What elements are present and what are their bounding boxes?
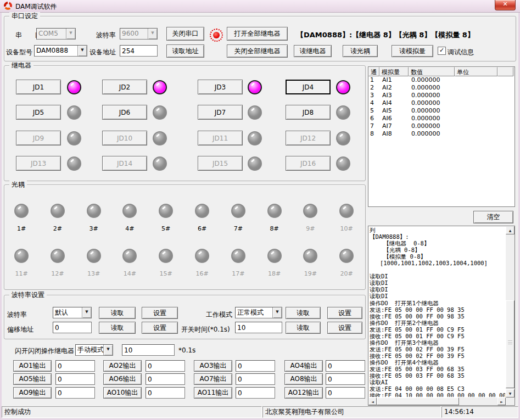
- flash-time-input[interactable]: [122, 344, 175, 356]
- ao-button-5[interactable]: AO5输出: [13, 373, 52, 385]
- opto-label-17#: 17#: [227, 270, 249, 277]
- read-address-button[interactable]: 读取地址: [166, 44, 204, 58]
- log-horizontal-scrollbar[interactable]: ◄ ►: [368, 397, 506, 405]
- ao-button-10[interactable]: AO10输出: [103, 387, 142, 399]
- analog-table[interactable]: 通模拟量数值单位 1AI10.0000002AI20.0000003AI30.0…: [368, 66, 515, 207]
- ao-input-12[interactable]: [326, 387, 365, 399]
- chevron-down-icon[interactable]: ▼: [272, 307, 282, 318]
- scroll-down-icon[interactable]: ▼: [506, 389, 515, 397]
- baud-settings-group: 波特率设置 波特率 默认 ▼ 读取 设置 工作模式 正常模式 ▼ 读取 设置 偏…: [4, 295, 366, 339]
- table-row[interactable]: 1AI10.000000: [368, 76, 515, 84]
- ao-button-3[interactable]: AO3输出: [194, 360, 232, 372]
- relay-button-JD6[interactable]: JD6: [102, 105, 147, 120]
- read-relay-button[interactable]: 读继电器: [294, 45, 332, 57]
- close-serial-button[interactable]: 关闭串口: [166, 27, 204, 41]
- device-address-input[interactable]: [120, 45, 158, 57]
- ao-button-9[interactable]: AO9输出: [13, 387, 52, 399]
- ao-input-2[interactable]: [146, 360, 185, 372]
- ao-input-1[interactable]: [55, 360, 95, 372]
- ao-input-10[interactable]: [146, 387, 185, 399]
- ao-input-6[interactable]: [146, 373, 185, 385]
- ao-button-4[interactable]: AO4输出: [284, 360, 323, 372]
- table-row[interactable]: 2AI20.000000: [368, 84, 515, 92]
- flash-mode-combo[interactable]: 手动模式 ▼: [75, 344, 113, 356]
- scroll-right-icon[interactable]: ►: [497, 397, 506, 405]
- ao-input-11[interactable]: [236, 387, 275, 399]
- chevron-down-icon[interactable]: ▼: [82, 307, 91, 318]
- analog-col-header[interactable]: 通: [368, 67, 379, 76]
- clear-log-button[interactable]: 清空: [473, 211, 513, 223]
- switch-time-input[interactable]: [235, 322, 282, 333]
- ao-button-2[interactable]: AO2输出: [103, 360, 142, 372]
- flash-mode-value: 手动模式: [77, 346, 104, 354]
- baud-combo[interactable]: 9600 ▼: [120, 28, 158, 40]
- opto-led-18#: [267, 249, 282, 263]
- ao-input-5[interactable]: [55, 373, 95, 385]
- table-row[interactable]: 4AI40.000000: [368, 99, 515, 107]
- relay-button-JD3[interactable]: JD3: [198, 80, 243, 94]
- work-mode-read-button[interactable]: 读取: [286, 307, 321, 319]
- table-row[interactable]: 5AI50.000000: [368, 107, 515, 115]
- work-mode-combo[interactable]: 正常模式 ▼: [235, 307, 282, 318]
- close-button[interactable]: ✕: [495, 0, 516, 10]
- analog-col-header[interactable]: 数值: [409, 67, 455, 76]
- switch-time-read-button[interactable]: 读取: [286, 322, 321, 334]
- relay-button-JD13: JD13: [16, 156, 61, 171]
- read-analog-button[interactable]: 读模拟量: [392, 45, 433, 57]
- relay-button-JD5[interactable]: JD5: [16, 105, 61, 120]
- ao-button-7[interactable]: AO7输出: [194, 373, 232, 385]
- vertical-scroll-thumb[interactable]: [506, 300, 515, 388]
- opto-label-2#: 2#: [47, 225, 69, 232]
- analog-col-header[interactable]: [497, 67, 513, 76]
- table-cell: 3: [368, 92, 379, 99]
- table-row[interactable]: 7AI70.000000: [368, 122, 515, 130]
- ao-input-8[interactable]: [326, 373, 365, 385]
- baudrate-combo[interactable]: 默认 ▼: [53, 307, 92, 318]
- ao-button-8[interactable]: AO8输出: [284, 373, 323, 385]
- ao-input-3[interactable]: [236, 360, 275, 372]
- ao-button-6[interactable]: AO6输出: [103, 373, 142, 385]
- serial-led-core-icon: [213, 32, 220, 38]
- open-all-relays-button[interactable]: 打开全部继电器: [227, 27, 288, 41]
- offset-address-input[interactable]: [53, 322, 92, 333]
- baudrate-set-button[interactable]: 设置: [142, 307, 178, 319]
- ao-input-7[interactable]: [236, 373, 275, 385]
- ao-input-9[interactable]: [55, 387, 95, 399]
- baudrate-read-button[interactable]: 读取: [99, 307, 136, 319]
- switch-time-set-button[interactable]: 设置: [327, 322, 362, 334]
- opto-label-9#: 9#: [299, 225, 321, 232]
- debug-checkbox[interactable]: ✓: [438, 47, 446, 55]
- chevron-down-icon[interactable]: ▼: [66, 29, 75, 39]
- chevron-down-icon[interactable]: ▼: [148, 29, 157, 39]
- relay-button-JD4[interactable]: JD4: [286, 80, 331, 94]
- offset-set-button[interactable]: 设置: [142, 322, 178, 334]
- relay-button-JD7[interactable]: JD7: [198, 105, 243, 120]
- model-combo[interactable]: DAM0888 ▼: [34, 45, 87, 57]
- relay-button-JD8[interactable]: JD8: [286, 105, 331, 120]
- port-combo[interactable]: COM5 ▼: [36, 28, 76, 40]
- table-row[interactable]: 6AI60.000000: [368, 115, 515, 122]
- ao-button-11[interactable]: AO11输出: [194, 387, 232, 399]
- scroll-up-icon[interactable]: ▲: [506, 226, 515, 234]
- table-cell: 0.000000: [409, 130, 455, 138]
- offset-read-button[interactable]: 读取: [99, 322, 136, 334]
- ao-button-12[interactable]: AO12输出: [284, 387, 323, 399]
- work-mode-set-button[interactable]: 设置: [327, 307, 362, 319]
- chevron-down-icon[interactable]: ▼: [103, 345, 113, 355]
- relay-button-JD2[interactable]: JD2: [102, 80, 147, 94]
- flash-unit-label: *0.1s: [178, 346, 195, 354]
- analog-col-header[interactable]: 模拟量: [379, 67, 409, 76]
- close-all-relays-button[interactable]: 关闭全部继电器: [227, 44, 288, 58]
- log-vertical-scrollbar[interactable]: ▲ ▼: [506, 226, 515, 397]
- ao-input-4[interactable]: [326, 360, 365, 372]
- horizontal-scroll-thumb[interactable]: [377, 397, 459, 405]
- table-row[interactable]: 8AI80.000000: [368, 130, 515, 138]
- analog-col-header[interactable]: 单位: [455, 67, 497, 76]
- chevron-down-icon[interactable]: ▼: [77, 46, 87, 56]
- baud-label: 波特率: [96, 31, 116, 40]
- table-row[interactable]: 3AI30.000000: [368, 92, 515, 99]
- relay-button-JD1[interactable]: JD1: [16, 80, 61, 94]
- ao-button-1[interactable]: AO1输出: [13, 360, 52, 372]
- scroll-left-icon[interactable]: ◄: [368, 397, 377, 405]
- read-opto-button[interactable]: 读光耦: [343, 45, 378, 57]
